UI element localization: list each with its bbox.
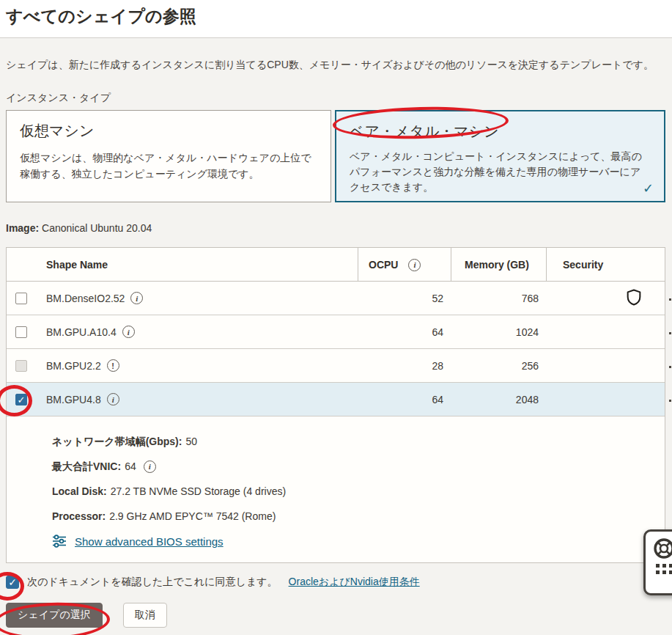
card-description: ベア・メタル・コンピュート・インスタンスによって、最高のパフォーマンスと強力な分… — [350, 149, 651, 195]
dialog-body: シェイプは、新たに作成するインスタンスに割り当てるCPU数、メモリー・サイズおよ… — [0, 38, 672, 635]
col-header-ocpu: OCPU i — [358, 248, 451, 282]
agreement-text: 次のドキュメントを確認した上でこれに同意します。 — [27, 576, 278, 589]
shape-name: BM.GPU.A10.4 — [46, 326, 117, 338]
table-row-bm-gpu4-8-selected[interactable]: ✓ BM.GPU4.8 i 64 2048 — [7, 383, 665, 416]
table-row-bm-denseio2-52[interactable]: BM.DenseIO2.52 i 52 768 — [7, 282, 665, 315]
security-cell — [546, 289, 665, 308]
row-checkbox-disabled — [15, 360, 27, 372]
dialog-header: すべてのシェイプの参照 — [0, 0, 672, 38]
image-value: Canonical Ubuntu 20.04 — [42, 222, 152, 234]
oracle-nvidia-terms-link[interactable]: OracleおよびNvidia使用条件 — [289, 576, 420, 589]
table-header-row: Shape Name OCPU i Memory (GB) Security — [7, 248, 665, 282]
image-label: Image: — [6, 222, 39, 234]
detail-max-vnic: 最大合計VNIC: 64 i — [52, 459, 665, 474]
col-header-shape-name: Shape Name — [7, 248, 358, 282]
memory-value: 1024 — [451, 326, 546, 338]
card-title: 仮想マシン — [20, 121, 317, 141]
ocpu-value: 64 — [358, 326, 451, 338]
shape-name: BM.GPU2.2 — [46, 360, 101, 372]
table-row-bm-gpu-a10-4[interactable]: BM.GPU.A10.4 i 64 1024 — [7, 315, 665, 349]
instance-type-card-bare-metal[interactable]: ベア・メタル・マシン ベア・メタル・コンピュート・インスタンスによって、最高のパ… — [335, 110, 665, 202]
info-icon[interactable]: i — [122, 326, 135, 338]
info-icon[interactable]: i — [130, 292, 143, 304]
ocpu-value: 64 — [358, 394, 451, 405]
warning-icon[interactable]: ! — [107, 359, 119, 372]
detail-local-disk: Local Disk: 27.2 TB NVMe SSD Storage (4 … — [52, 484, 665, 499]
agreement-checkbox-checked[interactable]: ✓ — [6, 576, 19, 589]
detail-processor: Processor: 2.9 GHz AMD EPYC™ 7542 (Rome) — [52, 509, 665, 524]
instance-type-cards: 仮想マシン 仮想マシンは、物理的なベア・メタル・ハードウェアの上位で稼働する、独… — [6, 110, 666, 202]
row-checkbox-checked[interactable]: ✓ — [15, 394, 27, 405]
ocpu-value: 28 — [358, 360, 451, 372]
memory-value: 256 — [451, 360, 546, 372]
instance-type-label: インスタンス・タイプ — [6, 92, 666, 105]
shape-name: BM.DenseIO2.52 — [46, 293, 125, 304]
row-checkbox[interactable] — [15, 326, 27, 338]
agreement-row: ✓ 次のドキュメントを確認した上でこれに同意します。 OracleおよびNvid… — [6, 576, 666, 589]
card-description: 仮想マシンは、物理的なベア・メタル・ハードウェアの上位で稼働する、独立したコンピ… — [20, 150, 317, 182]
selected-check-icon: ✓ — [643, 180, 654, 197]
ocpu-value: 52 — [358, 293, 451, 304]
info-icon[interactable]: i — [107, 393, 119, 405]
shapes-table: Shape Name OCPU i Memory (GB) Security B… — [6, 247, 665, 563]
sliders-icon — [52, 534, 67, 548]
memory-value: 768 — [451, 293, 546, 304]
select-shape-button[interactable]: シェイプの選択 — [6, 603, 103, 628]
row-checkbox[interactable] — [15, 293, 27, 304]
drag-handle-dots-icon[interactable] — [656, 564, 672, 574]
shape-detail-panel: ネットワーク帯域幅(Gbps): 50 最大合計VNIC: 64 i Local… — [7, 416, 665, 562]
life-ring-icon — [653, 537, 672, 559]
col-header-memory: Memory (GB) — [451, 248, 546, 282]
cancel-button[interactable]: 取消 — [123, 603, 167, 628]
info-icon[interactable]: i — [144, 460, 156, 473]
browse-shapes-dialog: すべてのシェイプの参照 シェイプは、新たに作成するインスタンスに割り当てるCPU… — [0, 0, 672, 635]
row-overflow-mark — [669, 366, 671, 368]
instance-type-card-virtual-machine[interactable]: 仮想マシン 仮想マシンは、物理的なベア・メタル・ハードウェアの上位で稼働する、独… — [6, 110, 331, 202]
action-buttons: シェイプの選択 取消 — [6, 603, 666, 628]
col-header-security: Security — [546, 248, 665, 282]
page-title: すべてのシェイプの参照 — [6, 5, 666, 28]
row-overflow-mark — [669, 298, 671, 301]
shape-name: BM.GPU4.8 — [46, 394, 101, 405]
memory-value: 2048 — [451, 394, 546, 405]
shield-icon — [627, 289, 641, 306]
detail-network-bandwidth: ネットワーク帯域幅(Gbps): 50 — [52, 434, 665, 449]
info-icon[interactable]: i — [408, 259, 421, 271]
row-overflow-mark — [669, 400, 671, 402]
row-overflow-mark — [669, 332, 671, 334]
show-advanced-bios-link[interactable]: Show advanced BIOS settings — [75, 535, 224, 548]
shape-description-text: シェイプは、新たに作成するインスタンスに割り当てるCPU数、メモリー・サイズおよ… — [6, 38, 666, 72]
card-title: ベア・メタル・マシン — [350, 122, 651, 142]
image-info-line: Image: Canonical Ubuntu 20.04 — [6, 222, 666, 234]
bios-settings-row: Show advanced BIOS settings — [52, 534, 665, 548]
floating-help-widget[interactable] — [643, 529, 672, 595]
table-row-bm-gpu2-2[interactable]: BM.GPU2.2 ! 28 256 — [7, 349, 665, 383]
